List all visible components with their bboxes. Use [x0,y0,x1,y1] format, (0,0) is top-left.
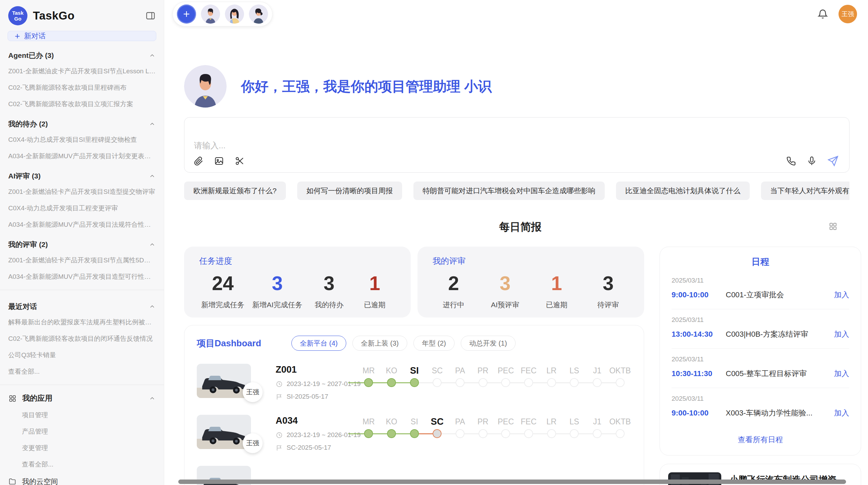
milestone-dot [616,429,625,438]
horizontal-scrollbar[interactable] [178,480,846,484]
sidebar-group-header[interactable]: 我的评审 (2) [8,233,156,252]
dashboard-columns: 任务进度 24 新增完成任务 3 新增AI完成任务 3 我的待办 1 已逾期 我… [184,247,857,485]
milestone-dot [501,378,510,387]
avatar-illustration [184,65,227,108]
sidebar-group-header[interactable]: 我的待办 (2) [8,112,156,132]
send-icon[interactable] [827,155,839,167]
attachment-icon[interactable] [193,156,204,166]
new-chat-button[interactable]: + 新对话 [8,31,156,41]
new-chat-label: 新对话 [24,31,46,41]
avatar-illustration [225,4,244,24]
member-avatar[interactable] [225,4,244,24]
app-item[interactable]: 项目管理 [8,407,156,423]
view-all-schedule-link[interactable]: 查看所有日程 [672,427,849,450]
quick-access-pill [172,2,273,26]
join-link[interactable]: 加入 [834,329,849,339]
app-item[interactable]: 变更管理 [8,440,156,456]
milestone: LR [540,364,563,388]
milestone: SC [426,415,449,439]
member-avatar[interactable] [249,4,268,24]
milestone-dot [501,429,510,438]
sidebar-collapse-button[interactable] [145,11,156,21]
suggestion-chip[interactable]: 欧洲新规最近颁布了什么? [184,182,286,200]
sidebar-task-item[interactable]: C02-飞腾新能源轻客改款项目里程碑画布 [8,79,156,96]
schedule-date: 2025/03/11 [672,395,849,402]
milestone-dot [479,378,487,387]
chevron-up-icon[interactable] [149,52,156,59]
milestone: SI [403,364,426,388]
member-avatar[interactable] [201,4,220,24]
milestone-label: LS [563,415,586,428]
assistant-avatar [184,65,227,108]
dashboard-tab[interactable]: 全新上装 (3) [352,336,407,351]
sidebar-task-item[interactable]: A034-全新新能源MUV产品开发项目计划变更表编写 [8,148,156,164]
add-agent-button[interactable] [177,4,196,24]
schedule-time: 13:00-14:30 [672,330,726,339]
join-link[interactable]: 加入 [834,290,849,300]
recent-chat-item[interactable]: C02-飞腾新能源轻客改款项目的闭环通告反馈情况 [8,331,156,347]
milestone: MR [357,415,380,439]
app-title: TaskGo [33,9,75,22]
dashboard-tabs: 全新平台 (4)全新上装 (3)年型 (2)动总开发 (1) [291,336,516,351]
app-item[interactable]: 产品管理 [8,423,156,440]
recent-chats-header[interactable]: 最近对话 [8,295,156,314]
user-avatar[interactable]: 王强 [839,5,857,23]
recent-chat-item[interactable]: 解释最新出台的欧盟报废车法规再生塑料比例被调至15%... [8,314,156,331]
sidebar-group-label: Agent已办 (3) [8,51,54,60]
dashboard-tab[interactable]: 全新平台 (4) [291,336,346,351]
input-actions-right [786,155,839,167]
chevron-up-icon[interactable] [149,173,156,179]
sidebar-task-item[interactable]: C02-飞腾新能源轻客改款项目立项汇报方案 [8,96,156,112]
chevron-up-icon[interactable] [149,303,156,310]
dashboard-tab[interactable]: 动总开发 (1) [461,336,516,351]
image-upload-icon[interactable] [214,156,224,166]
microphone-icon[interactable] [807,156,817,166]
dashboard-tab[interactable]: 年型 (2) [413,336,455,351]
stat-label: 新增完成任务 [201,300,244,310]
sidebar-task-item[interactable]: Z001-全新燃油皮卡产品开发项目SI节点Lesson Learn报告 [8,63,156,79]
sidebar-group-label: 我的评审 (2) [8,240,48,249]
sidebar-link-folder[interactable]: 我的云空间 [8,473,156,485]
clock-icon [276,432,283,439]
chat-input-card[interactable]: 请输入... [184,117,849,173]
phone-icon[interactable] [786,156,796,166]
sidebar-task-item[interactable]: A034-全新新能源MUV产品开发项目造型可行性评审 [8,269,156,285]
notification-bell-icon[interactable] [817,9,828,20]
milestone: MR [357,364,380,388]
app-item[interactable]: 查看全部... [8,456,156,473]
plus-icon: + [15,32,20,40]
stat-label: 待评审 [589,300,627,310]
sidebar-group-header[interactable]: AI评审 (3) [8,164,156,184]
my-apps-header[interactable]: 我的应用 [8,390,156,407]
sidebar-group-header[interactable]: Agent已办 (3) [8,44,156,63]
project-image: 王强 [197,364,251,398]
sidebar-task-item[interactable]: C0X4-动力总成开发项目SI里程碑提交物检查 [8,132,156,148]
project-row[interactable]: 王强 Z001 2023-12-19 ~ 2027-01-19 SI-2025-… [197,364,631,400]
suggestion-chip[interactable]: 比亚迪全固态电池计划具体说了什么 [616,182,750,200]
chevron-up-icon[interactable] [149,121,156,127]
join-link[interactable]: 加入 [834,369,849,379]
recent-chat-item[interactable]: 公司Q3轻卡销量 [8,347,156,363]
milestone: J1 [586,415,609,439]
recent-chat-item[interactable]: 查看全部... [8,363,156,380]
suggestion-chip[interactable]: 当下年轻人对汽车外观有怎样的喜好趋势 [761,182,849,200]
chevron-up-icon[interactable] [149,395,156,402]
sidebar-task-item[interactable]: A034-全新新能源MUV产品开发项目法规符合性评审 [8,216,156,233]
milestone-dot [387,378,396,387]
scissors-icon[interactable] [234,156,245,166]
chat-input-placeholder: 请输入... [194,140,226,151]
suggestion-chip[interactable]: 特朗普可能对进口汽车增税会对中国车企造成哪些影响 [413,182,605,200]
schedule-time: 9:00-10:00 [672,409,726,418]
join-link[interactable]: 加入 [834,408,849,418]
topbar-right: 王强 [817,5,861,23]
sidebar-task-item[interactable]: Z001-全新燃油轻卡产品开发项目SI造型提交物评审 [8,184,156,200]
sidebar-task-item[interactable]: Z001-全新燃油轻卡产品开发项目SI节点属性5D文件评审 [8,252,156,269]
milestone-label: PR [471,415,494,428]
schedule-item: 2025/03/11 10:30-11:30 C005-整车工程目标评审 加入 [672,349,849,388]
layout-grid-icon[interactable] [829,222,837,231]
sidebar-task-item[interactable]: C0X4-动力总成开发项目工程变更评审 [8,200,156,216]
suggestion-chip[interactable]: 如何写一份清晰的项目周报 [297,182,402,200]
milestone-dot [364,429,373,438]
project-row[interactable]: 王强 A034 2023-12-19 ~ 2026-01-19 SC-2025-… [197,415,631,451]
chevron-up-icon[interactable] [149,241,156,248]
